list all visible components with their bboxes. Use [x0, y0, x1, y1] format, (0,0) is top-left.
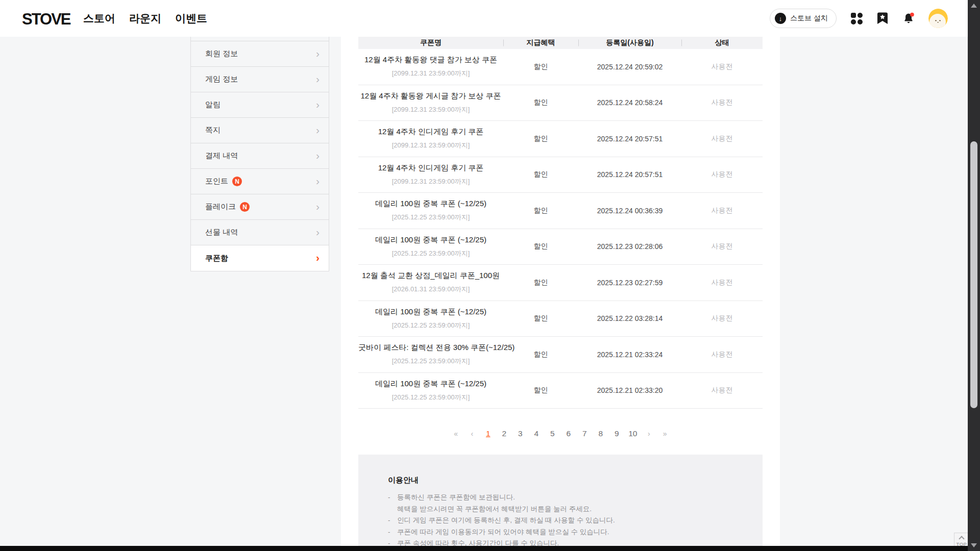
- scrollbar-thumb[interactable]: [970, 141, 977, 408]
- table-row: 데일리 100원 중복 쿠폰 (~12/25) [2025.12.25 23:5…: [358, 301, 763, 337]
- coupon-expiry: [2025.12.25 23:59:00까지]: [358, 321, 503, 330]
- coupon-status: 사용전: [681, 386, 763, 395]
- sidebar-item-payment-history[interactable]: 결제 내역 ›: [190, 143, 329, 169]
- header-right-cluster: ↓ 스토브 설치: [770, 0, 948, 37]
- pagination-page-6[interactable]: 6: [560, 429, 577, 438]
- sidebar-item-points[interactable]: 포인트N ›: [190, 169, 329, 194]
- coupon-benefit: 할인: [503, 98, 578, 107]
- coupon-name: 데일리 100원 중복 쿠폰 (~12/25): [358, 379, 503, 389]
- profile-avatar[interactable]: [928, 9, 948, 28]
- chevron-right-icon: ›: [316, 124, 320, 135]
- top-nav-bar: STOVE 스토어라운지이벤트 ↓ 스토브 설치: [0, 0, 968, 37]
- scrollbar-down-arrow[interactable]: [971, 543, 977, 547]
- sidebar-item-gift-history[interactable]: 선물 내역 ›: [190, 220, 329, 245]
- chevron-right-icon: ›: [316, 150, 320, 161]
- sidebar-clipped-row: [190, 37, 329, 41]
- chevron-right-icon: ›: [316, 99, 320, 110]
- install-stove-button[interactable]: ↓ 스토브 설치: [770, 9, 837, 28]
- coupon-registered-date: 2025.12.21 02:33:20: [578, 386, 681, 394]
- chevron-right-icon: ›: [316, 48, 320, 59]
- sidebar-item-member-info[interactable]: 회원 정보 ›: [190, 41, 329, 67]
- coupon-registered-date: 2025.12.21 02:33:24: [578, 350, 681, 359]
- coupon-registered-date: 2025.12.24 20:57:51: [578, 170, 681, 179]
- footer-top-edge: [0, 546, 968, 551]
- col-header-registered-date: 등록일(사용일): [578, 38, 681, 47]
- coupon-registered-date: 2025.12.23 02:28:06: [578, 242, 681, 251]
- nav-item-lounge[interactable]: 라운지: [129, 11, 161, 26]
- chevron-right-icon: ›: [316, 176, 320, 186]
- coupon-expiry: [2099.12.31 23:59:00까지]: [358, 141, 503, 150]
- col-header-benefit: 지급혜택: [503, 38, 578, 47]
- pagination-next[interactable]: ›: [641, 430, 657, 438]
- coupon-name: 12월 4주차 활동왕 댓글 참가 보상 쿠폰: [358, 55, 503, 65]
- bullet-dash: -: [388, 515, 391, 527]
- pagination-first[interactable]: «: [448, 430, 464, 438]
- scrollbar-up-arrow[interactable]: [971, 4, 977, 8]
- coupon-benefit: 할인: [503, 134, 578, 143]
- pagination-page-9[interactable]: 9: [609, 429, 625, 438]
- pagination-prev[interactable]: ‹: [464, 430, 480, 438]
- col-header-coupon-name: 쿠폰명: [358, 38, 503, 47]
- coupon-expiry: [2025.12.25 23:59:00까지]: [358, 249, 503, 258]
- coupon-name: 데일리 100원 중복 쿠폰 (~12/25): [358, 235, 503, 245]
- coupon-expiry: [2025.12.25 23:59:00까지]: [358, 213, 503, 222]
- coupon-expiry: [2026.01.31 23:59:00까지]: [358, 285, 503, 294]
- chevron-up-icon: [959, 536, 964, 541]
- coupon-status: 사용전: [681, 170, 763, 179]
- coupon-benefit: 할인: [503, 278, 578, 287]
- coupon-status: 사용전: [681, 278, 763, 287]
- pagination-page-1[interactable]: 1: [480, 429, 497, 438]
- coupon-registered-date: 2025.12.24 00:36:39: [578, 207, 681, 215]
- coupon-expiry: [2025.12.25 23:59:00까지]: [358, 357, 503, 366]
- coupon-table: 쿠폰명 지급혜택 등록일(사용일) 상태 12월 4주차 활동왕 댓글 참가 보…: [358, 37, 763, 409]
- nav-item-store[interactable]: 스토어: [83, 11, 115, 26]
- table-row: 데일리 100원 중복 쿠폰 (~12/25) [2025.12.25 23:5…: [358, 373, 763, 409]
- col-header-status: 상태: [681, 38, 763, 47]
- coupon-registered-date: 2025.12.24 20:57:51: [578, 135, 681, 143]
- coupon-benefit: 할인: [503, 386, 578, 395]
- coupon-status: 사용전: [681, 98, 763, 107]
- sidebar-item-game-info[interactable]: 게임 정보 ›: [190, 67, 329, 92]
- usage-guide-list: - 등록하신 쿠폰은 쿠폰함에 보관됩니다. 혜택을 받으시려면 꼭 쿠폰함에서…: [388, 492, 747, 551]
- notifications-bell-icon[interactable]: [902, 12, 915, 24]
- usage-guide-title: 이용안내: [388, 475, 747, 485]
- sidebar-item-flake[interactable]: 플레이크N ›: [190, 194, 329, 220]
- sidebar-item-coupon-box[interactable]: 쿠폰함 ›: [190, 245, 329, 271]
- pagination-page-5[interactable]: 5: [545, 429, 561, 438]
- scrollbar[interactable]: [968, 0, 980, 551]
- sidebar-item-notifications[interactable]: 알림 ›: [190, 92, 329, 118]
- pagination-page-2[interactable]: 2: [496, 429, 512, 438]
- usage-guide-box: 이용안내 - 등록하신 쿠폰은 쿠폰함에 보관됩니다. 혜택을 받으시려면 꼭 …: [358, 455, 763, 551]
- stove-logo[interactable]: STOVE: [22, 10, 70, 29]
- coupon-name: 데일리 100원 중복 쿠폰 (~12/25): [358, 199, 503, 209]
- bookmark-icon[interactable]: [876, 12, 889, 24]
- usage-guide-item: - 쿠폰에 따라 게임 이용동의가 되어 있어야 혜택을 받으실 수 있습니다.: [388, 527, 747, 538]
- pagination-last[interactable]: »: [657, 430, 673, 438]
- global-nav: 스토어라운지이벤트: [83, 0, 207, 37]
- pagination-page-4[interactable]: 4: [528, 429, 545, 438]
- usage-guide-item: - 등록하신 쿠폰은 쿠폰함에 보관됩니다.: [388, 492, 747, 504]
- stove-coupon-box-page: { "header": { "logo": "STOVE", "nav": [ …: [0, 0, 980, 551]
- chevron-right-icon: ›: [316, 227, 320, 237]
- coupon-status: 사용전: [681, 242, 763, 251]
- usage-guide-item: 혜택을 받으시려면 꼭 쿠폰함에서 혜택받기 버튼을 눌러 주세요.: [388, 504, 747, 515]
- coupon-benefit: 할인: [503, 170, 578, 179]
- pagination-page-8[interactable]: 8: [593, 429, 609, 438]
- pagination-page-10[interactable]: 10: [625, 429, 641, 438]
- nav-item-event[interactable]: 이벤트: [175, 11, 207, 26]
- pagination-page-3[interactable]: 3: [512, 429, 529, 438]
- coupon-name: 데일리 100원 중복 쿠폰 (~12/25): [358, 307, 503, 317]
- table-row: 12월 4주차 인디게임 후기 쿠폰 [2099.12.31 23:59:00까…: [358, 157, 763, 193]
- coupon-status: 사용전: [681, 62, 763, 71]
- coupon-name: 굿바이 페스타: 컬렉션 전용 30% 쿠폰(~12/25): [358, 343, 503, 353]
- apps-grid-icon[interactable]: [850, 12, 863, 24]
- sidebar-item-messages[interactable]: 쪽지 ›: [190, 118, 329, 143]
- install-stove-label: 스토브 설치: [790, 14, 828, 23]
- pagination-page-7[interactable]: 7: [577, 429, 593, 438]
- bullet-dash: -: [388, 492, 391, 504]
- coupon-name: 12월 4주차 인디게임 후기 쿠폰: [358, 127, 503, 137]
- coupon-status: 사용전: [681, 314, 763, 323]
- coupon-benefit: 할인: [503, 242, 578, 251]
- coupon-table-header: 쿠폰명 지급혜택 등록일(사용일) 상태: [358, 37, 763, 49]
- coupon-status: 사용전: [681, 206, 763, 215]
